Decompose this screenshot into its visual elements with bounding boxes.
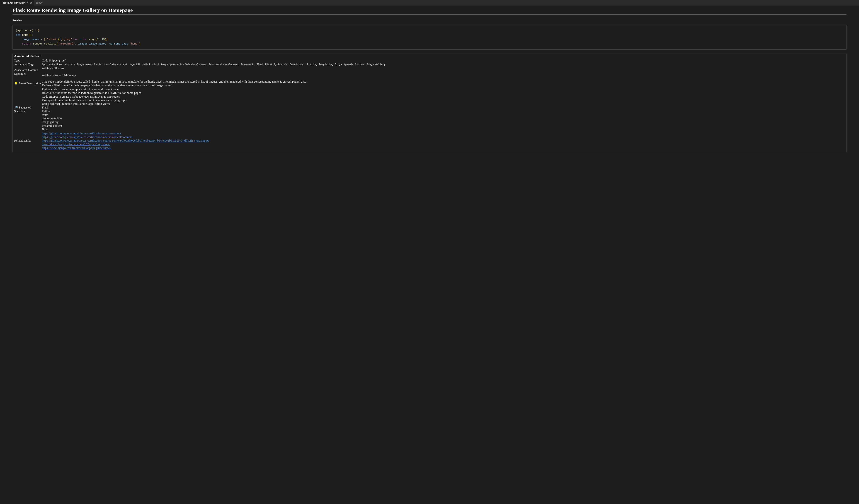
code-token: range	[88, 38, 95, 41]
table-row: Associated Commit Messages Adding scifi …	[14, 66, 845, 77]
code-snippet-box[interactable]: @app.route('/') def home(): image_names …	[13, 25, 846, 49]
close-icon[interactable]	[30, 2, 32, 4]
context-value-suggested-searches: Python code to render a template with im…	[42, 88, 845, 131]
context-value-smart-description: This code snippet defines a route called…	[42, 77, 845, 88]
tab-label: app.py	[36, 2, 43, 4]
table-row: 💡 Smart Description This code snippet de…	[14, 77, 845, 88]
list-item: How to use the route method in Python to…	[42, 91, 844, 95]
table-row: Related Links https://github.com/pieces-…	[14, 131, 845, 150]
context-key-tags: Associated Tags	[14, 63, 42, 66]
page-title: Flask Route Rendering Image Gallery on H…	[13, 7, 846, 15]
context-value-tags: App route Home template Image names Rend…	[42, 63, 845, 66]
list-item[interactable]: https://github.com/pieces-app/pieces-cer…	[42, 135, 844, 139]
list-item: dynamic content	[42, 124, 844, 128]
list-item: Jinja	[42, 128, 844, 131]
context-key-commits: Associated Commit Messages	[14, 66, 42, 77]
code-token: image_names	[22, 38, 40, 41]
context-value-commits: Adding scifi storeAdding ticket at 12th …	[42, 66, 845, 77]
code-token: .jpeg"	[63, 38, 72, 41]
context-key-suggested-searches: 🔎 Suggested Searches	[14, 88, 42, 131]
list-item: This code snippet defines a route called…	[42, 80, 844, 83]
associated-context-header: Associated Context	[14, 54, 845, 58]
preview-label: Preview:	[13, 19, 846, 22]
context-value-type: Code Snippet ( .py )	[42, 59, 845, 63]
list-item[interactable]: https://github.com/pieces-app/pieces-cer…	[42, 132, 844, 135]
context-key-smart-description: 💡 Smart Description	[14, 77, 42, 88]
related-link[interactable]: https://www.django-rest-framework.org/ap…	[42, 146, 111, 149]
list-item[interactable]: https://docs.djangoproject.com/en/3.2/to…	[42, 143, 844, 146]
context-table: Type Code Snippet ( .py ) Associated Tag…	[14, 59, 845, 150]
list-item: Adding scifi store	[42, 67, 844, 70]
list-item: Flask	[42, 106, 844, 109]
code-token: n	[80, 38, 81, 41]
code-token: return	[22, 42, 31, 45]
list-item: route	[42, 113, 844, 117]
list-item: Example of rendering html files based on…	[42, 98, 844, 102]
related-link[interactable]: https://github.com/pieces-app/pieces-cer…	[42, 135, 132, 139]
tab-pieces-asset-preview[interactable]: Pieces Asset Preview	[0, 0, 34, 5]
context-key-type: Type	[14, 59, 42, 63]
code-token: 1	[97, 38, 99, 41]
code-token: f"stock-	[45, 38, 58, 41]
asset-preview-content: Flask Route Rendering Image Gallery on H…	[0, 6, 859, 152]
list-item: Code snippet to create a webpage view us…	[42, 95, 844, 98]
list-item: image gallery	[42, 120, 844, 124]
code-token: 'home'	[130, 42, 139, 45]
list-item: Adding ticket at 12th image	[42, 74, 844, 77]
code-token: in	[83, 38, 86, 41]
table-row: Type Code Snippet ( .py )	[14, 59, 845, 63]
related-link[interactable]: https://github.com/pieces-app/pieces-cer…	[42, 132, 121, 135]
code-token: def	[16, 34, 20, 36]
list-item[interactable]: https://github.com/pieces-app/pieces-cer…	[42, 139, 844, 142]
code-token: 'home.html'	[58, 42, 75, 45]
associated-context-box: Associated Context Type Code Snippet ( .…	[13, 53, 846, 152]
code-token: render_template	[33, 42, 57, 45]
table-row: Associated Tags App route Home template …	[14, 63, 845, 66]
context-key-related-links: Related Links	[14, 131, 42, 150]
code-token: home	[22, 34, 28, 36]
related-link[interactable]: https://github.com/pieces-app/pieces-cer…	[42, 139, 209, 142]
context-value-related-links: https://github.com/pieces-app/pieces-cer…	[42, 131, 845, 150]
code-token: '/'	[33, 29, 38, 32]
list-item: Using redirect() function into Laravel a…	[42, 102, 844, 106]
pin-icon[interactable]	[26, 2, 28, 4]
tab-label: Pieces Asset Preview	[2, 2, 25, 4]
code-token: image_names	[89, 42, 106, 45]
list-item: Python	[42, 109, 844, 113]
code-token: images	[78, 42, 88, 45]
code-token: 13	[102, 38, 105, 41]
code-token: for	[74, 38, 78, 41]
tab-action-icons	[26, 2, 32, 4]
list-item: render_template	[42, 117, 844, 120]
list-item[interactable]: https://www.django-rest-framework.org/ap…	[42, 146, 844, 150]
tab-app-py[interactable]: app.py	[34, 0, 45, 5]
code-token: current_page	[109, 42, 128, 45]
magnifier-icon: 🔎	[14, 106, 18, 109]
editor-tabbar: Pieces Asset Preview app.py	[0, 0, 859, 6]
list-item: Defines a Flask route for the homepage (…	[42, 84, 844, 87]
lightbulb-icon: 💡	[14, 82, 18, 85]
related-link[interactable]: https://docs.djangoproject.com/en/3.2/to…	[42, 143, 110, 146]
table-row: 🔎 Suggested Searches Python code to rend…	[14, 88, 845, 131]
code-token: @app.route	[16, 29, 31, 32]
list-item: Python code to render a template with im…	[42, 88, 844, 91]
